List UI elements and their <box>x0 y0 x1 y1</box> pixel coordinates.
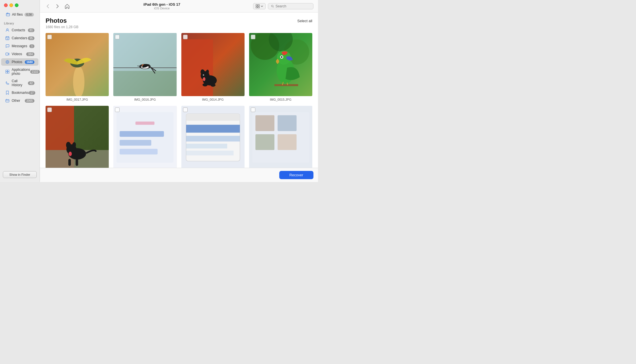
svg-rect-15 <box>256 7 257 8</box>
other-icon <box>5 98 10 103</box>
main-content: iPad 6th gen - iOS 17 iOS Device <box>40 0 318 182</box>
photo-checkbox-img0061[interactable] <box>251 107 255 112</box>
videos-label: Videos <box>12 52 22 56</box>
sidebar-item-all-files[interactable]: All files 6,5K <box>2 11 38 18</box>
svg-point-47 <box>281 56 282 58</box>
photo-item-img0060[interactable]: IMG_0060.PNG <box>181 106 245 168</box>
svg-rect-11 <box>8 72 9 74</box>
svg-rect-59 <box>68 159 71 166</box>
svg-rect-75 <box>186 151 233 156</box>
library-section-label: Library <box>0 19 40 26</box>
messages-label: Messages <box>12 44 27 48</box>
search-icon <box>271 5 274 8</box>
photo-item-img0013[interactable]: IMG_0013.JPG <box>46 106 109 168</box>
svg-rect-10 <box>6 72 7 74</box>
photos-grid: IMG_0017.JPG <box>40 32 318 168</box>
call-history-badge: 42 <box>28 81 34 85</box>
photo-checkbox-img0015[interactable] <box>251 35 255 39</box>
photo-thumb-img0060 <box>181 106 245 168</box>
sidebar-item-contacts[interactable]: Contacts 81 <box>1 26 38 34</box>
bookmarks-badge: 17 <box>29 91 35 95</box>
applications-photo-icon <box>5 69 10 74</box>
photo-item-img0014[interactable]: IMG_0014.JPG <box>181 33 245 101</box>
back-button[interactable] <box>44 3 51 10</box>
photos-badge: 1680 <box>25 60 34 64</box>
photo-filename-img0016: IMG_0016.JPG <box>134 98 156 101</box>
photo-item-img0048[interactable]: IMG_0048.PNG <box>113 106 177 168</box>
photo-filename-img0017: IMG_0017.JPG <box>66 98 88 101</box>
photo-checkbox-img0016[interactable] <box>115 35 120 39</box>
close-button[interactable] <box>4 3 8 7</box>
svg-point-39 <box>203 75 204 75</box>
home-button[interactable] <box>64 3 71 10</box>
sidebar-item-videos[interactable]: Videos 384 <box>1 50 38 58</box>
contacts-icon <box>5 28 10 32</box>
applications-photo-badge: 2102 <box>30 70 40 74</box>
photo-thumb-img0014 <box>181 33 245 96</box>
sidebar-item-photos[interactable]: Photos 1680 <box>1 58 38 66</box>
photo-filename-img0014: IMG_0014.JPG <box>202 98 224 101</box>
svg-rect-82 <box>249 106 312 168</box>
calendars-icon: 29 <box>5 36 10 40</box>
sidebar-item-calendars[interactable]: 29 Calendars 95 <box>1 34 38 42</box>
device-info: iPad 6th gen - iOS 17 iOS Device <box>73 2 250 10</box>
minimize-button[interactable] <box>9 3 13 7</box>
forward-button[interactable] <box>54 3 61 10</box>
photo-checkbox-img0013[interactable] <box>47 107 52 112</box>
recover-button[interactable]: Recover <box>279 171 313 179</box>
svg-point-58 <box>69 152 72 156</box>
photo-thumb-img0016 <box>113 33 177 96</box>
photo-item-img0016[interactable]: IMG_0016.JPG <box>113 33 177 101</box>
sidebar-item-call-history[interactable]: Call History 42 <box>1 78 38 88</box>
sidebar-item-bookmarks[interactable]: Bookmarks 17 <box>1 89 38 96</box>
photo-item-img0061[interactable]: IMG_0061.PNG <box>249 106 312 168</box>
photo-thumb-img0061 <box>249 106 312 168</box>
sidebar-item-other[interactable]: Other 2065 <box>1 97 38 104</box>
svg-rect-30 <box>181 39 213 96</box>
photos-icon <box>5 60 10 64</box>
svg-rect-13 <box>256 5 257 6</box>
svg-rect-67 <box>136 122 155 125</box>
svg-point-35 <box>203 77 205 81</box>
svg-rect-0 <box>6 13 10 16</box>
videos-badge: 384 <box>26 52 34 56</box>
applications-photo-label: Applications photo <box>12 68 30 76</box>
view-toggle-button[interactable] <box>253 3 266 9</box>
maximize-button[interactable] <box>15 3 19 7</box>
contacts-label: Contacts <box>12 28 25 32</box>
other-label: Other <box>12 99 20 103</box>
bookmarks-icon <box>5 90 10 95</box>
photo-filename-img0015: IMG_0015.JPG <box>270 98 292 101</box>
photos-label: Photos <box>12 60 22 64</box>
photo-item-img0015[interactable]: IMG_0015.JPG <box>249 33 312 101</box>
photo-checkbox-img0017[interactable] <box>47 35 52 39</box>
contacts-badge: 81 <box>28 28 34 32</box>
svg-text:29: 29 <box>7 38 9 40</box>
search-box[interactable] <box>268 3 313 9</box>
photo-checkbox-img0048[interactable] <box>115 107 120 112</box>
svg-rect-16 <box>258 7 259 8</box>
svg-rect-24 <box>113 71 177 96</box>
traffic-lights <box>0 0 40 10</box>
svg-rect-73 <box>186 136 240 142</box>
videos-icon <box>5 52 10 56</box>
photo-thumb-img0013 <box>46 106 109 168</box>
sidebar-item-messages[interactable]: Messages 1 <box>1 42 38 50</box>
all-files-badge: 6,5K <box>24 13 34 16</box>
photo-thumb-img0017 <box>46 33 109 96</box>
svg-point-7 <box>7 61 8 63</box>
sidebar-item-applications-photo[interactable]: Applications photo 2102 <box>1 66 38 77</box>
select-all-button[interactable]: Select all <box>297 19 312 23</box>
show-in-finder-button[interactable]: Show in Finder <box>3 171 37 178</box>
photo-checkbox-img0014[interactable] <box>183 35 188 39</box>
photo-thumb-img0015 <box>249 33 312 96</box>
photo-item-img0017[interactable]: IMG_0017.JPG <box>46 33 109 101</box>
device-name: iPad 6th gen - iOS 17 <box>143 2 180 7</box>
toolbar: iPad 6th gen - iOS 17 iOS Device <box>40 0 318 13</box>
svg-rect-66 <box>113 106 177 168</box>
photo-checkbox-img0060[interactable] <box>183 107 188 112</box>
calendars-badge: 95 <box>28 36 34 40</box>
call-history-label: Call History <box>12 79 28 87</box>
calendars-label: Calendars <box>12 36 27 40</box>
search-input[interactable] <box>276 4 310 8</box>
